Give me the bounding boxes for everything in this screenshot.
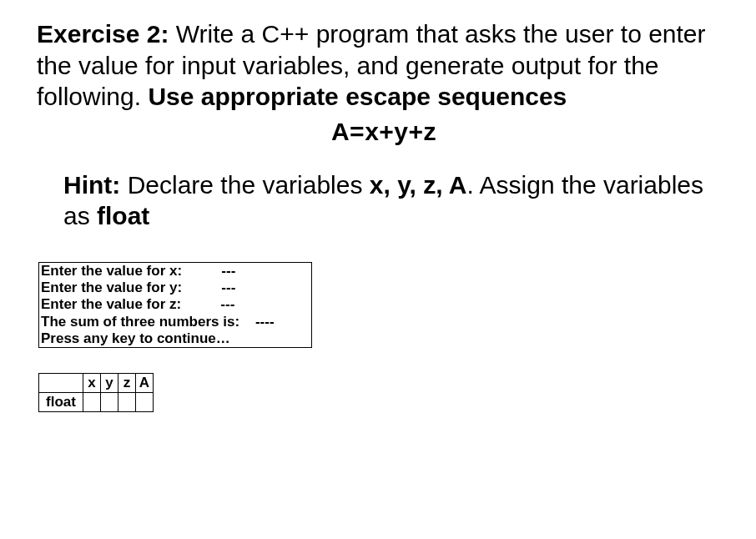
output-line: Enter the value for z: --- [41, 296, 310, 313]
sample-output-box: Enter the value for x: --- Enter the val… [38, 262, 312, 349]
table-cell-value [101, 393, 118, 412]
table-cell-var: A [136, 374, 154, 393]
table-row: x y z A [39, 374, 154, 393]
table-row: float [39, 393, 154, 412]
table-cell-var: x [83, 374, 101, 393]
hint-label: Hint: [63, 171, 120, 199]
table-cell-var: z [118, 374, 136, 393]
output-line: Enter the value for x: --- [41, 263, 310, 280]
table-cell-value [83, 393, 101, 412]
exercise-document: Exercise 2: Write a C++ program that ask… [0, 0, 756, 437]
exercise-text-bold: Use appropriate escape sequences [148, 83, 567, 110]
output-line: Press any key to continue… [41, 330, 310, 347]
table-cell-value [136, 393, 154, 412]
table-cell-type: float [39, 393, 83, 412]
variable-type-table: x y z A float [38, 373, 154, 412]
exercise-label: Exercise 2: [37, 20, 169, 48]
table-cell-value [118, 393, 136, 412]
hint-vars: x, y, z, A [370, 171, 467, 199]
output-line: Enter the value for y: --- [41, 280, 310, 296]
formula: A=x+y+z [37, 118, 731, 146]
table-cell-empty [39, 374, 83, 393]
table-cell-var: y [101, 374, 118, 393]
hint: Hint: Declare the variables x, y, z, A. … [63, 169, 731, 232]
exercise-prompt: Exercise 2: Write a C++ program that ask… [37, 18, 731, 113]
hint-type: float [97, 202, 149, 229]
output-line: The sum of three numbers is: ---- [41, 314, 310, 330]
hint-text-1: Declare the variables [120, 171, 369, 199]
